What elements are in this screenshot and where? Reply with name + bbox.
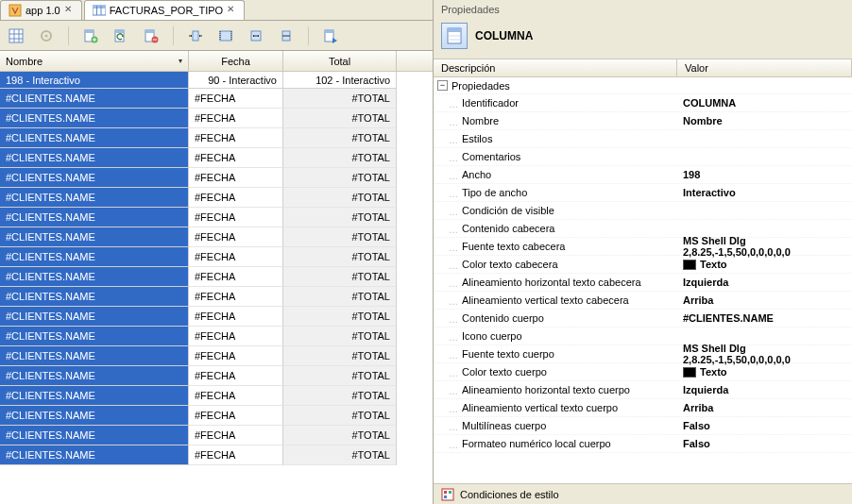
property-value[interactable]: Falso (677, 420, 852, 431)
property-row[interactable]: Alineamiento horizontal texto cuerpoIzqu… (434, 381, 852, 399)
property-value[interactable]: Izquierda (677, 384, 852, 395)
column-delete-button[interactable] (141, 25, 162, 46)
close-icon[interactable]: ✕ (227, 6, 236, 15)
cell-total: #TOTAL (283, 366, 397, 386)
svg-rect-21 (193, 31, 198, 41)
property-row[interactable]: Alineamiento horizontal texto cabeceraIz… (434, 274, 852, 292)
property-row[interactable]: Condición de visible (434, 202, 852, 220)
property-value[interactable]: Nombre (677, 115, 852, 126)
property-value[interactable]: Izquierda (677, 277, 852, 288)
grid-body[interactable]: 198 - Interactivo 90 - Interactivo 102 -… (0, 72, 433, 504)
table-row[interactable]: #CLIENTES.NAME#FECHA#TOTAL (0, 188, 433, 208)
prop-col-val[interactable]: Valor (677, 59, 852, 76)
property-value[interactable]: Arriba (677, 402, 852, 413)
column-play-button[interactable] (320, 25, 341, 46)
svg-rect-34 (442, 489, 453, 500)
property-value[interactable]: MS Shell Dlg 2,8.25,-1,5,50,0,0,0,0,0 (677, 235, 852, 258)
column-refresh-button[interactable] (111, 25, 131, 46)
table-row[interactable]: #CLIENTES.NAME#FECHA#TOTAL (0, 307, 433, 327)
table-row[interactable]: #CLIENTES.NAME#FECHA#TOTAL (0, 89, 433, 109)
cell-fecha: #FECHA (189, 267, 283, 287)
width-expand-button[interactable] (185, 25, 206, 46)
prop-col-desc[interactable]: Descripción (434, 59, 677, 76)
cell-fecha: #FECHA (189, 227, 283, 247)
prop-group-header[interactable]: − Propiedades (434, 77, 852, 94)
column-header-fecha[interactable]: Fecha (189, 51, 283, 71)
table-row[interactable]: #CLIENTES.NAME#FECHA#TOTAL (0, 227, 433, 247)
table-row[interactable]: #CLIENTES.NAME#FECHA#TOTAL (0, 366, 433, 386)
property-value[interactable]: 198 (677, 169, 852, 180)
property-value[interactable]: Arriba (677, 294, 852, 306)
cell-total: #TOTAL (283, 406, 397, 426)
property-value[interactable]: COLUMNA (677, 97, 852, 109)
table-row[interactable]: #CLIENTES.NAME#FECHA#TOTAL (0, 267, 433, 287)
separator (308, 26, 309, 45)
property-value[interactable]: Interactivo (677, 187, 852, 198)
cell-nombre: #CLIENTES.NAME (0, 109, 189, 128)
cell-fecha: #FECHA (189, 287, 283, 307)
property-row[interactable]: Alineamiento vertical texto cuerpoArriba (434, 399, 852, 417)
column-header-total[interactable]: Total (283, 51, 397, 71)
property-row[interactable]: Multilíneas cuerpoFalso (434, 417, 852, 435)
style-conditions-icon (441, 488, 454, 501)
property-row[interactable]: Tipo de anchoInteractivo (434, 184, 852, 202)
property-row[interactable]: Fuente texto cuerpoMS Shell Dlg 2,8.25,-… (434, 345, 852, 363)
cell-total: #TOTAL (283, 148, 397, 168)
collapse-icon[interactable]: − (437, 80, 448, 91)
property-row[interactable]: Color texto cabeceraTexto (434, 256, 852, 274)
property-row[interactable]: Ancho198 (434, 166, 852, 184)
property-row[interactable]: Contenido cuerpo#CLIENTES.NAME (434, 310, 852, 328)
tab-app[interactable]: app 1.0 ✕ (0, 0, 82, 20)
settings-button[interactable] (36, 25, 57, 46)
property-value[interactable]: Texto (677, 366, 852, 378)
tab-facturas[interactable]: FACTURAS_POR_TIPO ✕ (84, 0, 245, 20)
separator (68, 26, 69, 45)
table-row[interactable]: #CLIENTES.NAME#FECHA#TOTAL (0, 445, 433, 465)
table-row[interactable]: #CLIENTES.NAME#FECHA#TOTAL (0, 247, 433, 267)
cell-total: #TOTAL (283, 188, 397, 208)
grid-view-button[interactable] (6, 25, 26, 46)
property-value[interactable]: Falso (677, 438, 852, 449)
table-row[interactable]: #CLIENTES.NAME#FECHA#TOTAL (0, 128, 433, 148)
cell-total: #TOTAL (283, 346, 397, 366)
data-grid: Nombre ▾ Fecha Total 198 - Interactivo 9… (0, 51, 433, 504)
table-row[interactable]: #CLIENTES.NAME#FECHA#TOTAL (0, 208, 433, 227)
grid-subheader-row[interactable]: 198 - Interactivo 90 - Interactivo 102 -… (0, 72, 433, 89)
cell-nombre: #CLIENTES.NAME (0, 148, 189, 168)
subheader-cell: 90 - Interactivo (189, 72, 283, 89)
property-row[interactable]: IdentificadorCOLUMNA (434, 94, 852, 112)
property-row[interactable]: Color texto cuerpoTexto (434, 363, 852, 381)
property-row[interactable]: NombreNombre (434, 112, 852, 130)
property-value[interactable]: Texto (677, 259, 852, 270)
cell-nombre: #CLIENTES.NAME (0, 247, 189, 267)
table-row[interactable]: #CLIENTES.NAME#FECHA#TOTAL (0, 109, 433, 128)
width-auto-button[interactable] (246, 25, 266, 46)
property-row[interactable]: Formateo numérico local cuerpoFalso (434, 435, 852, 453)
properties-object-header: COLUMNA (434, 19, 852, 53)
cell-fecha: #FECHA (189, 188, 283, 208)
property-row[interactable]: Comentarios (434, 148, 852, 166)
table-row[interactable]: #CLIENTES.NAME#FECHA#TOTAL (0, 386, 433, 406)
property-value[interactable]: #CLIENTES.NAME (677, 312, 852, 324)
property-row[interactable]: Fuente texto cabeceraMS Shell Dlg 2,8.25… (434, 238, 852, 256)
table-row[interactable]: #CLIENTES.NAME#FECHA#TOTAL (0, 287, 433, 307)
properties-list[interactable]: − Propiedades IdentificadorCOLUMNANombre… (434, 77, 852, 483)
table-row[interactable]: #CLIENTES.NAME#FECHA#TOTAL (0, 327, 433, 346)
property-value[interactable]: MS Shell Dlg 2,8.25,-1,5,50,0,0,0,0,0 (677, 343, 852, 365)
width-lock-button[interactable] (276, 25, 297, 46)
property-row[interactable]: Alineamiento vertical texto cabeceraArri… (434, 292, 852, 310)
close-icon[interactable]: ✕ (64, 6, 74, 15)
width-fit-button[interactable] (215, 25, 236, 46)
column-add-button[interactable] (80, 25, 101, 46)
cell-total: #TOTAL (283, 89, 397, 109)
table-row[interactable]: #CLIENTES.NAME#FECHA#TOTAL (0, 148, 433, 168)
properties-footer[interactable]: Condiciones de estilo (434, 483, 852, 504)
column-header-nombre[interactable]: Nombre ▾ (0, 51, 189, 71)
table-row[interactable]: #CLIENTES.NAME#FECHA#TOTAL (0, 406, 433, 426)
property-row[interactable]: Estilos (434, 130, 852, 148)
table-row[interactable]: #CLIENTES.NAME#FECHA#TOTAL (0, 168, 433, 188)
subheader-cell: 102 - Interactivo (283, 72, 397, 89)
cell-fecha: #FECHA (189, 307, 283, 327)
table-row[interactable]: #CLIENTES.NAME#FECHA#TOTAL (0, 426, 433, 445)
table-row[interactable]: #CLIENTES.NAME#FECHA#TOTAL (0, 346, 433, 366)
